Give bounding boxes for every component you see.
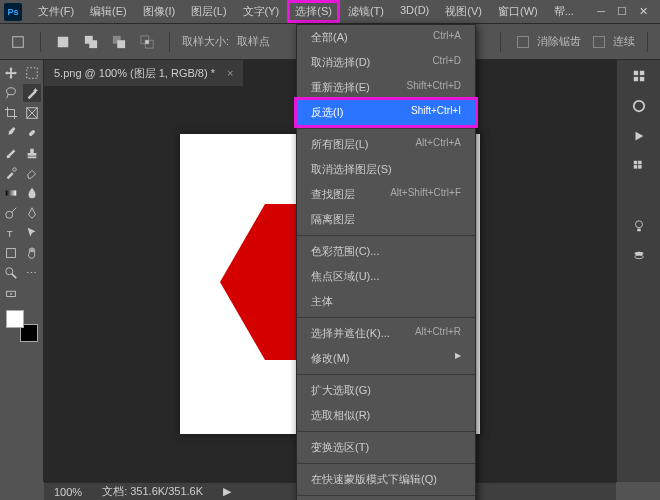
more-tool-icon[interactable]: ⋯ [23,264,41,282]
zoom-level[interactable]: 100% [54,486,82,498]
tool-preset-icon[interactable] [8,32,28,52]
menu-item[interactable]: 取消选择(D)Ctrl+D [297,50,475,75]
gradient-tool-icon[interactable] [2,184,20,202]
brush-tool-icon[interactable] [2,144,20,162]
menu-l[interactable]: 图层(L) [183,0,234,23]
menu-i[interactable]: 图像(I) [135,0,183,23]
svg-rect-3 [89,40,97,48]
close-icon[interactable]: ✕ [639,5,648,18]
menu-item[interactable]: 取消选择图层(S) [297,157,475,182]
move-tool-icon[interactable] [2,64,20,82]
selection-add-icon[interactable] [81,32,101,52]
blur-tool-icon[interactable] [23,184,41,202]
zoom-tool-icon[interactable] [2,264,20,282]
edit-toolbar-icon[interactable] [2,284,20,302]
type-tool-icon[interactable]: T [2,224,20,242]
menu-item[interactable]: 所有图层(L)Alt+Ctrl+A [297,132,475,157]
sample-size-label: 取样大小: [182,34,229,49]
doc-info: 文档: 351.6K/351.6K [102,484,203,499]
svg-rect-32 [638,161,642,165]
svg-point-16 [13,168,17,172]
menu-item[interactable]: 变换选区(T) [297,435,475,460]
shape-tool-icon[interactable] [2,244,20,262]
sample-size-value[interactable]: 取样点 [237,34,270,49]
antialias-label: 消除锯齿 [537,34,581,49]
hand-tool-icon[interactable] [23,244,41,262]
minimize-icon[interactable]: ─ [597,5,605,18]
menu-item[interactable]: 主体 [297,289,475,314]
svg-rect-36 [637,229,641,232]
eyedropper-tool-icon[interactable] [2,124,20,142]
color-swatches[interactable] [6,310,38,342]
menu-item[interactable]: 选取相似(R) [297,403,475,428]
statusbar-arrow-icon[interactable]: ▶ [223,485,231,498]
frame-tool-icon[interactable] [23,104,41,122]
svg-rect-0 [13,36,24,47]
selection-sub-icon[interactable] [109,32,129,52]
svg-rect-14 [28,129,35,136]
color-panel-icon[interactable] [629,96,649,116]
right-panel [616,60,660,482]
menu-item[interactable]: 扩大选取(G) [297,378,475,403]
antialias-checkbox[interactable] [517,36,529,48]
svg-line-19 [12,208,16,212]
magic-wand-tool-icon[interactable] [23,84,41,102]
maximize-icon[interactable]: ☐ [617,5,627,18]
history-brush-icon[interactable] [2,164,20,182]
menu-item[interactable]: 焦点区域(U)... [297,264,475,289]
menu-t[interactable]: 滤镜(T) [340,0,392,23]
menu-item[interactable]: 反选(I)Shift+Ctrl+I [294,97,478,128]
svg-rect-31 [633,161,637,165]
menu-item[interactable]: 全部(A)Ctrl+A [297,25,475,50]
menu-item[interactable]: 色彩范围(C)... [297,239,475,264]
app-logo: Ps [4,3,22,21]
menu-y[interactable]: 文字(Y) [235,0,288,23]
menu-v[interactable]: 视图(V) [437,0,490,23]
menu-item[interactable]: 选择并遮住(K)...Alt+Ctrl+R [297,321,475,346]
path-select-icon[interactable] [23,224,41,242]
marquee-tool-icon[interactable] [23,64,41,82]
svg-text:T: T [7,228,13,239]
document-tab[interactable]: 5.png @ 100% (图层 1, RGB/8) * × [44,60,243,86]
stamp-tool-icon[interactable] [23,144,41,162]
menu-item[interactable]: 修改(M)▶ [297,346,475,371]
eraser-tool-icon[interactable] [23,164,41,182]
pen-tool-icon[interactable] [23,204,41,222]
svg-rect-34 [638,165,642,169]
menu-item[interactable]: 查找图层Alt+Shift+Ctrl+F [297,182,475,207]
contiguous-checkbox[interactable] [593,36,605,48]
menu-w[interactable]: 窗口(W) [490,0,546,23]
menu-e[interactable]: 编辑(E) [82,0,135,23]
svg-rect-28 [633,77,637,81]
menu-[interactable]: 帮... [546,0,582,23]
menu-dd[interactable]: 3D(D) [392,0,437,23]
menu-item[interactable]: 隔离图层 [297,207,475,232]
svg-rect-17 [6,190,17,195]
play-icon[interactable] [629,126,649,146]
dodge-tool-icon[interactable] [2,204,20,222]
selection-intersect-icon[interactable] [137,32,157,52]
svg-point-18 [6,211,13,218]
tools-panel: T ⋯ [0,60,44,482]
swatches-panel-icon[interactable] [629,156,649,176]
healing-tool-icon[interactable] [23,124,41,142]
menu-s[interactable]: 选择(S) [287,0,340,23]
selection-new-icon[interactable] [53,32,73,52]
svg-point-10 [7,88,16,95]
crop-tool-icon[interactable] [2,104,20,122]
bulb-icon[interactable] [629,216,649,236]
close-tab-icon[interactable]: × [227,67,233,79]
svg-point-30 [633,101,644,112]
layers-panel-icon[interactable] [629,246,649,266]
history-panel-icon[interactable] [629,66,649,86]
menu-f[interactable]: 文件(F) [30,0,82,23]
select-menu-dropdown: 全部(A)Ctrl+A取消选择(D)Ctrl+D重新选择(E)Shift+Ctr… [296,24,476,500]
lasso-tool-icon[interactable] [2,84,20,102]
svg-line-23 [12,274,16,278]
foreground-color[interactable] [6,310,24,328]
svg-point-38 [634,255,643,259]
svg-rect-33 [633,165,637,169]
document-title: 5.png @ 100% (图层 1, RGB/8) * [54,66,215,81]
menu-item[interactable]: 在快速蒙版模式下编辑(Q) [297,467,475,492]
menubar: Ps 文件(F)编辑(E)图像(I)图层(L)文字(Y)选择(S)滤镜(T)3D… [0,0,660,24]
